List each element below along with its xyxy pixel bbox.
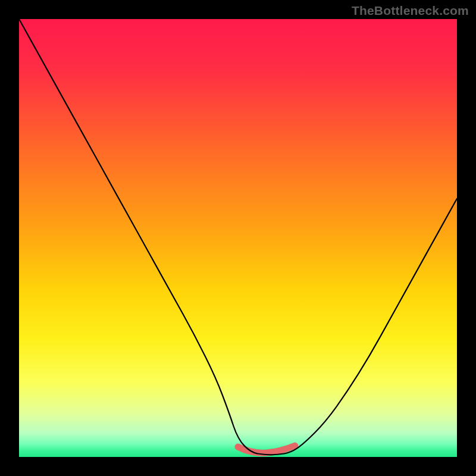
valley-bump: [238, 446, 295, 453]
bottleneck-curve: [19, 19, 457, 455]
watermark-text: TheBottleneck.com: [352, 4, 469, 18]
plot-area: [19, 19, 457, 457]
chart-frame: TheBottleneck.com: [0, 0, 476, 476]
curve-layer: [19, 19, 457, 457]
